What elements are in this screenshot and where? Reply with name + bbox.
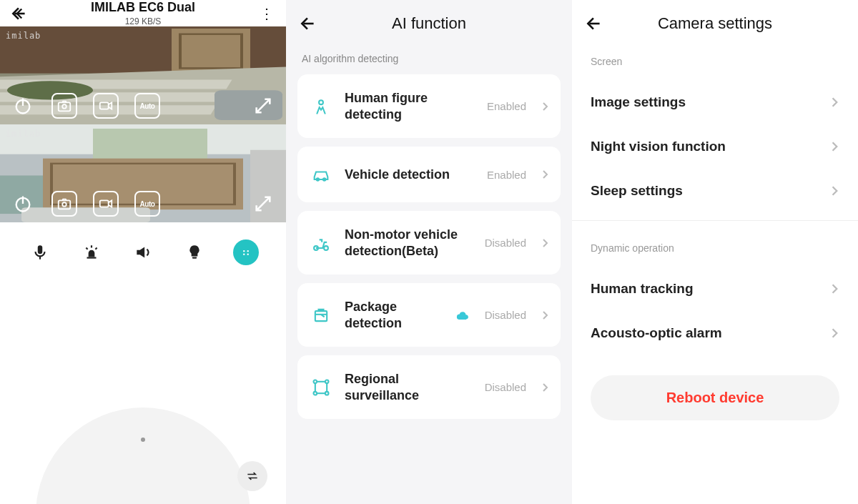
svg-point-45 [324, 246, 328, 250]
chevron-right-icon [831, 185, 839, 197]
row-acousto-optic[interactable]: Acousto-optic alarm [591, 311, 839, 355]
card-state: Disabled [485, 309, 526, 321]
record-icon[interactable] [93, 93, 119, 119]
record-icon[interactable] [93, 191, 119, 217]
ptz-icon[interactable] [233, 239, 259, 265]
row-night-vision[interactable]: Night vision function [591, 124, 839, 169]
human-icon [309, 94, 333, 119]
group-label: Screen [591, 51, 839, 80]
camera-feed-2[interactable]: imilab Auto [0, 124, 286, 222]
chevron-right-icon [542, 102, 549, 112]
chevron-right-icon [542, 169, 549, 179]
power-icon[interactable] [10, 93, 36, 119]
row-label: Night vision function [591, 139, 726, 154]
card-label: Regional surveillance [345, 371, 473, 403]
ptz-control-area [0, 275, 286, 504]
row-label: Sleep settings [591, 183, 683, 199]
chevron-right-icon [831, 283, 839, 295]
ai-card-list: Human figure detecting Enabled Vehicle d… [286, 74, 572, 419]
svg-line-33 [86, 248, 87, 249]
chevron-right-icon [831, 97, 839, 108]
svg-rect-15 [100, 102, 109, 109]
svg-rect-31 [87, 257, 97, 259]
quality-auto-button[interactable]: Auto [134, 191, 160, 217]
svg-rect-35 [192, 257, 197, 259]
svg-rect-13 [59, 102, 71, 111]
ai-function-panel: AI function AI algorithm detecting Human… [286, 0, 572, 504]
chevron-right-icon [542, 382, 549, 392]
card-non-motor[interactable]: Non-motor vehicle detection(Beta) Disabl… [297, 211, 561, 275]
svg-point-38 [247, 250, 249, 252]
camera-feed-1[interactable]: imilab Auto [0, 26, 286, 124]
watermark-1: imilab [6, 31, 41, 41]
quality-auto-button[interactable]: Auto [134, 93, 160, 119]
scooter-icon [309, 231, 333, 255]
svg-rect-47 [315, 381, 327, 392]
ptz-wheel[interactable] [36, 407, 250, 504]
chevron-right-icon [831, 327, 839, 339]
card-package[interactable]: Package detection Disabled [297, 283, 561, 347]
chevron-right-icon [831, 141, 839, 152]
reboot-button[interactable]: Reboot device [591, 375, 839, 420]
more-button[interactable]: ⋮ [255, 1, 279, 26]
back-button[interactable] [7, 1, 31, 26]
svg-point-36 [240, 247, 252, 259]
svg-rect-46 [315, 311, 327, 321]
header-ai: AI function [286, 0, 572, 47]
action-bar [0, 222, 286, 275]
header-live: IMILAB EC6 Dual 129 KB/S ⋮ [0, 0, 286, 26]
row-sleep-settings[interactable]: Sleep settings [591, 169, 839, 213]
card-state: Enabled [487, 100, 526, 112]
fullscreen-icon[interactable] [250, 191, 276, 217]
svg-point-49 [325, 380, 329, 383]
row-image-settings[interactable]: Image settings [591, 80, 839, 124]
svg-rect-28 [100, 200, 109, 207]
card-state: Disabled [485, 237, 526, 249]
header-title-wrap: IMILAB EC6 Dual 129 KB/S [31, 0, 255, 26]
light-icon[interactable] [182, 239, 207, 265]
snapshot-icon[interactable] [51, 191, 77, 217]
page-title: Camera settings [582, 14, 848, 33]
feed-2-controls: Auto [0, 191, 286, 217]
cloud-icon [456, 310, 469, 320]
chevron-right-icon [542, 310, 549, 320]
card-vehicle[interactable]: Vehicle detection Enabled [297, 147, 561, 202]
card-state: Disabled [485, 381, 526, 393]
power-icon[interactable] [10, 191, 36, 217]
card-state: Enabled [487, 169, 526, 181]
card-regional[interactable]: Regional surveillance Disabled [297, 355, 561, 419]
svg-rect-29 [38, 245, 43, 254]
section-label: AI algorithm detecting [286, 47, 572, 74]
mic-icon[interactable] [27, 239, 53, 265]
swap-feeds-button[interactable] [237, 461, 267, 491]
snapshot-icon[interactable] [51, 93, 77, 119]
row-human-tracking[interactable]: Human tracking [591, 267, 839, 311]
camera-title: IMILAB EC6 Dual [31, 0, 255, 15]
svg-rect-3 [172, 29, 250, 74]
group-label: Dynamic operation [591, 238, 839, 267]
siren-icon[interactable] [79, 239, 104, 265]
chevron-right-icon [542, 238, 549, 248]
card-label: Vehicle detection [345, 167, 475, 183]
speaker-icon[interactable] [130, 239, 156, 265]
card-human-figure[interactable]: Human figure detecting Enabled [297, 74, 561, 138]
reboot-label: Reboot device [666, 390, 764, 405]
page-title: AI function [296, 14, 562, 33]
settings-group-screen: Screen Image settings Night vision funct… [572, 47, 858, 213]
card-label: Non-motor vehicle detection(Beta) [345, 227, 473, 259]
row-label: Image settings [591, 94, 686, 110]
svg-point-37 [243, 250, 245, 252]
package-icon [309, 303, 333, 327]
svg-point-40 [247, 254, 249, 255]
svg-point-41 [319, 100, 323, 104]
bitrate-label: 129 KB/S [31, 16, 255, 26]
header-settings: Camera settings [572, 0, 858, 47]
svg-rect-18 [93, 129, 207, 163]
svg-point-39 [243, 254, 245, 255]
settings-group-dynamic: Dynamic operation Human tracking Acousto… [572, 234, 858, 355]
car-icon [309, 162, 333, 187]
fullscreen-icon[interactable] [250, 93, 276, 119]
svg-line-34 [95, 248, 97, 249]
svg-point-27 [62, 202, 66, 207]
svg-rect-26 [59, 200, 71, 209]
